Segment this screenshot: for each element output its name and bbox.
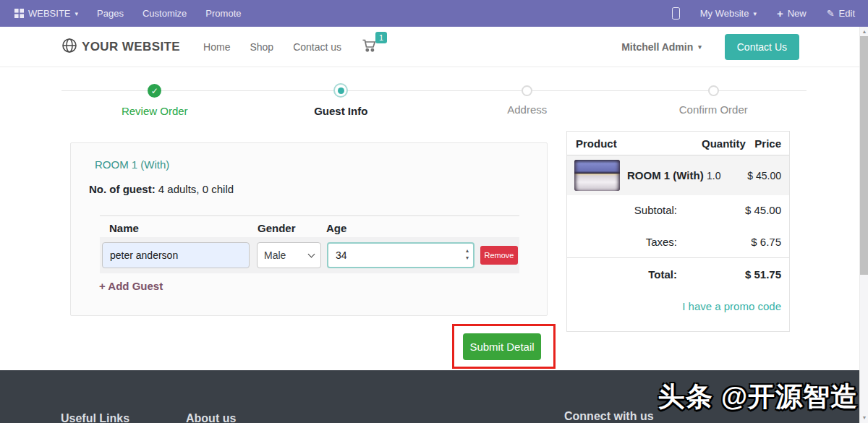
site-logo[interactable]: YOUR WEBSITE (61, 38, 180, 56)
guest-table-header: Name Gender Age (100, 215, 519, 239)
guest-age-input[interactable] (327, 242, 475, 268)
my-website-label: My Website (700, 8, 749, 19)
user-name: Mitchell Admin (621, 41, 693, 53)
step-address[interactable]: Address (434, 80, 621, 123)
mobile-preview-icon[interactable] (672, 7, 680, 20)
column-name: Name (109, 222, 139, 234)
edit-label: Edit (839, 8, 855, 19)
guest-count-label: No. of guest: (89, 183, 156, 195)
gender-value: Male (264, 249, 286, 261)
number-stepper[interactable]: ▴ ▾ (466, 247, 469, 262)
nav-contact-us[interactable]: Contact us (293, 41, 341, 53)
scroll-down-icon[interactable]: ▼ (860, 413, 868, 422)
total-label: Total: (567, 268, 677, 281)
product-thumbnail (574, 160, 620, 191)
footer-heading-about-us: About us (186, 412, 236, 423)
new-label: New (788, 8, 807, 19)
chevron-down-icon: ▾ (75, 11, 79, 17)
guest-name-input[interactable] (102, 242, 250, 268)
summary-header: Product Quantity Price (567, 132, 789, 155)
contact-us-button[interactable]: Contact Us (725, 34, 799, 60)
column-gender: Gender (258, 222, 296, 234)
nav-home[interactable]: Home (203, 41, 230, 53)
site-navbar: YOUR WEBSITE Home Shop Contact us 1 Mitc… (0, 27, 868, 67)
plus-icon: + (777, 7, 783, 20)
column-quantity: Quantity (702, 137, 746, 150)
chevron-down-icon: ▾ (753, 11, 757, 17)
add-guest-link[interactable]: + Add Guest (99, 280, 163, 292)
todo-step-dot-icon (522, 85, 532, 96)
room-title: ROOM 1 (With) (95, 158, 169, 171)
menu-customize[interactable]: Customize (142, 8, 187, 19)
chevron-down-icon (308, 250, 315, 257)
scroll-up-icon[interactable]: ▲ (860, 27, 868, 36)
checkout-page: WEBSITE ▾ Pages Customize Promote My Web… (0, 0, 868, 423)
nav-shop[interactable]: Shop (250, 41, 273, 53)
step-label: Review Order (122, 105, 188, 117)
chevron-down-icon: ▾ (698, 44, 702, 51)
promo-code-link[interactable]: I have a promo code (682, 300, 781, 312)
step-guest-info[interactable]: Guest Info (248, 80, 435, 123)
total-value: $ 51.75 (745, 268, 781, 281)
todo-step-dot-icon (708, 85, 719, 96)
column-age: Age (326, 222, 346, 234)
step-confirm-order[interactable]: Confirm Order (621, 80, 807, 123)
pencil-icon: ✎ (827, 8, 835, 19)
menu-promote[interactable]: Promote (205, 8, 241, 19)
gender-select[interactable]: Male (257, 242, 321, 268)
admin-bar: WEBSITE ▾ Pages Customize Promote My Web… (0, 0, 868, 27)
submit-detail-button[interactable]: Submit Detail (463, 333, 541, 360)
column-price: Price (754, 137, 781, 150)
logo-text: YOUR WEBSITE (82, 40, 180, 54)
remove-guest-button[interactable]: Remove (480, 246, 518, 265)
cart-icon (362, 43, 378, 55)
new-button[interactable]: + New (777, 7, 807, 20)
my-website-menu[interactable]: My Website ▾ (700, 8, 757, 19)
step-label: Address (507, 103, 547, 116)
menu-pages[interactable]: Pages (97, 8, 124, 19)
product-quantity: 1.0 (707, 170, 720, 181)
checkout-stepper: ✓ Review Order Guest Info Address Confir… (61, 80, 807, 123)
stepper-down-icon[interactable]: ▾ (466, 255, 469, 262)
order-summary-panel: Product Quantity Price ROOM 1 (With) 1.0… (566, 131, 790, 332)
subtotal-label: Subtotal: (567, 204, 677, 216)
watermark-text: 头条 @开源智造 (658, 379, 858, 415)
website-menu-label: WEBSITE (28, 8, 71, 19)
guest-count: No. of guest: 4 adults, 0 child (89, 183, 234, 195)
scrollbar-thumb[interactable] (860, 36, 868, 275)
product-price: $ 45.00 (747, 170, 781, 181)
user-menu[interactable]: Mitchell Admin ▾ (621, 41, 702, 53)
active-step-dot-icon (333, 83, 348, 98)
edit-button[interactable]: ✎ Edit (827, 8, 855, 19)
footer-heading-connect: Connect with us (564, 410, 654, 423)
subtotal-value: $ 45.00 (745, 204, 781, 216)
apps-grid-icon (14, 9, 24, 18)
check-circle-icon: ✓ (148, 84, 161, 98)
guest-info-panel: ROOM 1 (With) No. of guest: 4 adults, 0 … (70, 142, 548, 316)
globe-icon (61, 38, 77, 56)
step-label: Confirm Order (679, 103, 748, 116)
taxes-value: $ 6.75 (751, 236, 781, 248)
summary-divider (567, 257, 789, 258)
website-apps-menu[interactable]: WEBSITE ▾ (14, 8, 78, 19)
taxes-label: Taxes: (567, 236, 677, 248)
cart-count-badge: 1 (375, 32, 387, 43)
footer-heading-useful-links: Useful Links (61, 412, 129, 423)
product-name: ROOM 1 (With) (627, 169, 704, 181)
cart-button[interactable]: 1 (362, 38, 378, 56)
step-review-order[interactable]: ✓ Review Order (61, 80, 248, 123)
stepper-up-icon[interactable]: ▴ (466, 247, 469, 255)
summary-product-row: ROOM 1 (With) 1.0 $ 45.00 (567, 155, 789, 195)
step-label: Guest Info (314, 105, 367, 117)
guest-count-value: 4 adults, 0 child (158, 183, 234, 195)
nav-links: Home Shop Contact us (203, 41, 341, 53)
vertical-scrollbar[interactable]: ▲ ▼ (859, 27, 868, 423)
column-product: Product (576, 137, 617, 150)
